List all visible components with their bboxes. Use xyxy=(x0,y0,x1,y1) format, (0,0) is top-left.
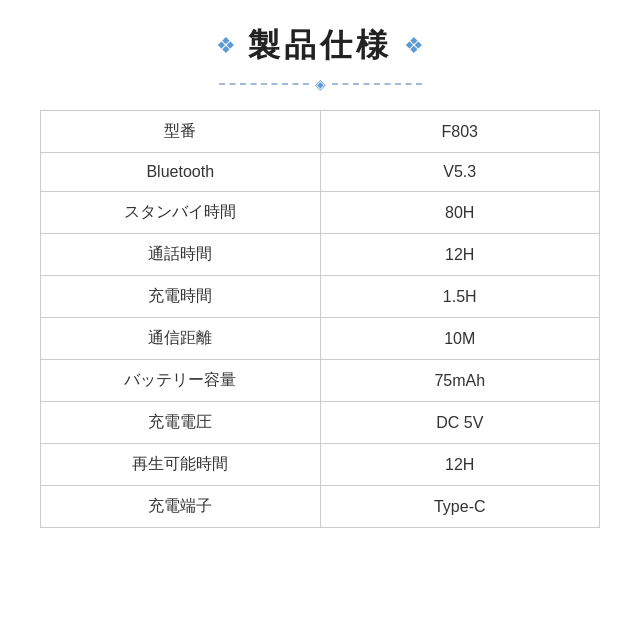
spec-value: 12H xyxy=(320,234,600,276)
page-wrapper: ❖ 製品仕様 ❖ ◈ 型番F803BluetoothV5.3スタンバイ時間80H… xyxy=(0,0,640,640)
table-row: 充電時間1.5H xyxy=(41,276,600,318)
title-section: ❖ 製品仕様 ❖ ◈ xyxy=(216,24,424,92)
title-row: ❖ 製品仕様 ❖ xyxy=(216,24,424,68)
spec-value: 75mAh xyxy=(320,360,600,402)
spec-label: 再生可能時間 xyxy=(41,444,321,486)
table-row: 型番F803 xyxy=(41,111,600,153)
spec-label: 充電時間 xyxy=(41,276,321,318)
spec-value: 1.5H xyxy=(320,276,600,318)
spec-label: 通話時間 xyxy=(41,234,321,276)
table-row: 通信距離10M xyxy=(41,318,600,360)
spec-label: 型番 xyxy=(41,111,321,153)
table-row: 再生可能時間12H xyxy=(41,444,600,486)
table-row: BluetoothV5.3 xyxy=(41,153,600,192)
spec-value: 12H xyxy=(320,444,600,486)
spec-label: 通信距離 xyxy=(41,318,321,360)
diamond-icon: ◈ xyxy=(315,76,326,92)
subtitle-divider: ◈ xyxy=(219,76,422,92)
spec-label: バッテリー容量 xyxy=(41,360,321,402)
table-row: スタンバイ時間80H xyxy=(41,192,600,234)
spec-value: F803 xyxy=(320,111,600,153)
specs-table: 型番F803BluetoothV5.3スタンバイ時間80H通話時間12H充電時間… xyxy=(40,110,600,528)
ornament-right-icon: ❖ xyxy=(404,33,424,59)
spec-value: V5.3 xyxy=(320,153,600,192)
spec-value: Type-C xyxy=(320,486,600,528)
table-row: 充電端子Type-C xyxy=(41,486,600,528)
spec-label: スタンバイ時間 xyxy=(41,192,321,234)
table-row: バッテリー容量75mAh xyxy=(41,360,600,402)
spec-value: 80H xyxy=(320,192,600,234)
page-title: 製品仕様 xyxy=(248,24,392,68)
spec-label: Bluetooth xyxy=(41,153,321,192)
dashed-line-left xyxy=(219,83,309,85)
dashed-line-right xyxy=(332,83,422,85)
spec-value: 10M xyxy=(320,318,600,360)
spec-label: 充電端子 xyxy=(41,486,321,528)
spec-label: 充電電圧 xyxy=(41,402,321,444)
table-row: 充電電圧DC 5V xyxy=(41,402,600,444)
spec-value: DC 5V xyxy=(320,402,600,444)
table-row: 通話時間12H xyxy=(41,234,600,276)
ornament-left-icon: ❖ xyxy=(216,33,236,59)
